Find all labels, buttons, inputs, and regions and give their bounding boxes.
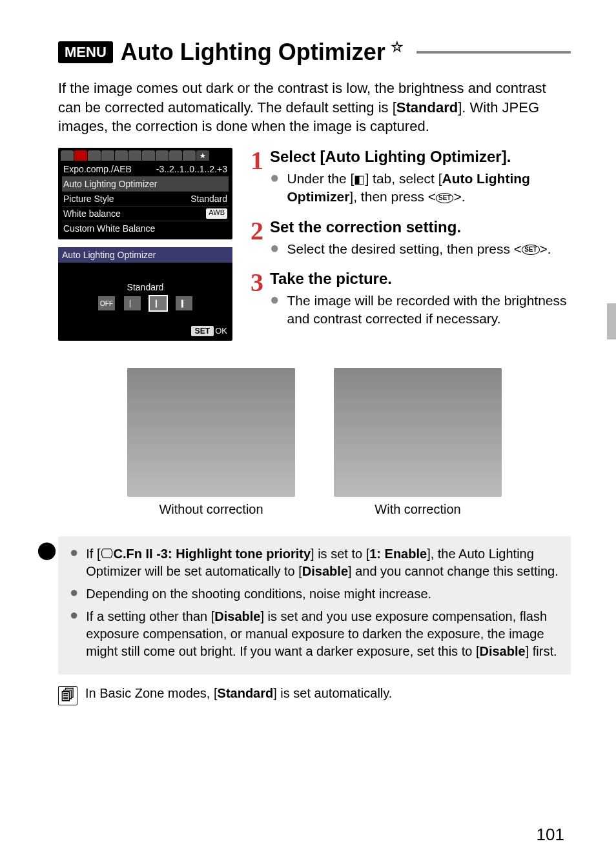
step-bullet: ● The image will be recorded with the br… (270, 292, 571, 328)
alo-selected-label: Standard (58, 282, 232, 292)
step-bullet: ● Under the [◧] tab, select [Auto Lighti… (270, 170, 571, 207)
note-text: In Basic Zone modes, [ (85, 686, 218, 700)
menu-row-highlighted: Auto Lighting Optimizer (62, 177, 229, 192)
tab-icon (74, 150, 87, 161)
bullet-icon: ● (70, 608, 78, 660)
caution-bold: C.Fn II -3: Highlight tone priority (114, 547, 311, 561)
bullet-text: Select the desired setting, then press < (287, 241, 522, 256)
menu-row: Custom White Balance (62, 221, 229, 236)
tab-icon (128, 150, 141, 161)
step-3: 3 Take the picture. ● The image will be … (244, 270, 571, 331)
caution-box: ⬤ ● If [🖵C.Fn II -3: Highlight tone prio… (58, 536, 571, 674)
alo-ok-row: SETOK (58, 323, 232, 338)
example-without-correction-image (127, 368, 295, 497)
menu-badge: MENU (58, 41, 113, 63)
menu-row: White balance AWB (62, 207, 229, 221)
bullet-text: >. (453, 189, 465, 204)
bullet-text: Under the [ (287, 171, 354, 186)
step-1: 1 Select [Auto Lighting Optimizer]. ● Un… (244, 148, 571, 209)
note-icon: 🗐 (58, 686, 77, 705)
tab-icon (88, 150, 101, 161)
menu-label: Auto Lighting Optimizer (63, 179, 158, 189)
custom-fn-icon: 🖵 (101, 547, 114, 561)
ok-label: OK (215, 326, 227, 336)
alo-title: Auto Lighting Optimizer (58, 247, 232, 263)
star-icon: ☆ (391, 39, 404, 55)
page-number: 101 (537, 825, 564, 845)
caution-text: ] is set to [ (311, 547, 369, 561)
step-bullet: ● Select the desired setting, then press… (270, 240, 571, 258)
caution-text: If a setting other than [ (86, 609, 214, 623)
caution-bold: 1: Enable (369, 547, 427, 561)
menu-tabs: ★ (58, 148, 232, 161)
step-number: 2 (244, 218, 270, 261)
bullet-icon: ● (270, 240, 280, 258)
alo-option-standard-icon: ▎ (150, 296, 167, 310)
example-caption: Without correction (127, 502, 295, 517)
caution-bold: Disable (479, 644, 525, 658)
caution-item: ● Depending on the shooting conditions, … (70, 585, 559, 603)
bullet-icon: ● (270, 170, 280, 207)
bullet-text: ] tab, select [ (365, 171, 442, 186)
alo-option-off-icon: OFF (98, 296, 115, 310)
caution-text: ] and you cannot change this setting. (348, 564, 559, 578)
caution-item: ● If a setting other than [Disable] is s… (70, 608, 559, 660)
menu-label: Expo.comp./AEB (63, 164, 132, 174)
tab-icon (142, 150, 155, 161)
note-row: 🗐 In Basic Zone modes, [Standard] is set… (58, 686, 571, 705)
note-bold: Standard (218, 686, 274, 700)
bullet-text: ], then press < (349, 189, 436, 204)
awb-badge: AWB (206, 208, 227, 219)
camera-menu-screenshot-1: ★ Expo.comp./AEB -3..2..1..0..1..2.+3 Au… (58, 148, 232, 239)
caution-text: Depending on the shooting conditions, no… (86, 585, 431, 603)
note-text: ] is set automatically. (273, 686, 392, 700)
page-title-text: Auto Lighting Optimizer (121, 39, 385, 65)
menu-label: Picture Style (63, 194, 114, 204)
tab-icon (115, 150, 128, 161)
step-heading: Take the picture. (270, 270, 571, 288)
bullet-icon: ● (70, 545, 78, 580)
alo-option-low-icon: ▏ (124, 296, 141, 310)
caution-bold: Disable (214, 609, 260, 623)
page-title: Auto Lighting Optimizer☆ (121, 39, 404, 66)
set-icon: SET (436, 193, 453, 203)
tab-icon (61, 150, 74, 161)
bullet-text: >. (540, 241, 551, 256)
page-side-tab (607, 303, 616, 339)
step-heading: Set the correction setting. (270, 218, 571, 236)
alo-options: OFF ▏ ▎ ▍ (58, 296, 232, 323)
menu-row: Picture Style Standard (62, 192, 229, 207)
caution-text: ] first. (526, 644, 557, 658)
menu-value: -3..2..1..0..1..2.+3 (156, 164, 227, 174)
tab-icon (169, 150, 182, 161)
tab-icon (156, 150, 169, 161)
bullet-icon: ● (70, 585, 78, 603)
tab-star-icon: ★ (196, 150, 209, 161)
caution-text: If [ (86, 547, 100, 561)
example-with-correction-image (334, 368, 502, 497)
caution-bold: Disable (302, 564, 348, 578)
bullet-icon: ● (270, 292, 280, 328)
set-button-badge: SET (191, 326, 214, 336)
menu-label: White balance (63, 208, 121, 219)
menu-row: Expo.comp./AEB -3..2..1..0..1..2.+3 (62, 162, 229, 177)
tab-icon (101, 150, 114, 161)
bullet-text: The image will be recorded with the brig… (287, 292, 571, 328)
intro-paragraph: If the image comes out dark or the contr… (58, 79, 571, 136)
step-number: 1 (244, 148, 270, 209)
camera-tab-icon: ◧ (354, 173, 365, 186)
tab-icon (183, 150, 196, 161)
menu-label: Custom White Balance (63, 223, 155, 234)
caution-item: ● If [🖵C.Fn II -3: Highlight tone priori… (70, 545, 559, 580)
menu-value: Standard (190, 194, 227, 204)
intro-bold: Standard (396, 99, 458, 116)
title-rule (416, 51, 571, 54)
step-number: 3 (244, 270, 270, 331)
camera-menu-screenshot-2: Auto Lighting Optimizer Standard OFF ▏ ▎… (58, 247, 232, 341)
alo-option-strong-icon: ▍ (176, 296, 192, 310)
set-icon: SET (522, 245, 539, 255)
step-heading: Select [Auto Lighting Optimizer]. (270, 148, 571, 166)
example-images: Without correction With correction (58, 368, 571, 517)
caution-icon: ⬤ (37, 539, 56, 561)
menu-list: Expo.comp./AEB -3..2..1..0..1..2.+3 Auto… (58, 161, 232, 237)
